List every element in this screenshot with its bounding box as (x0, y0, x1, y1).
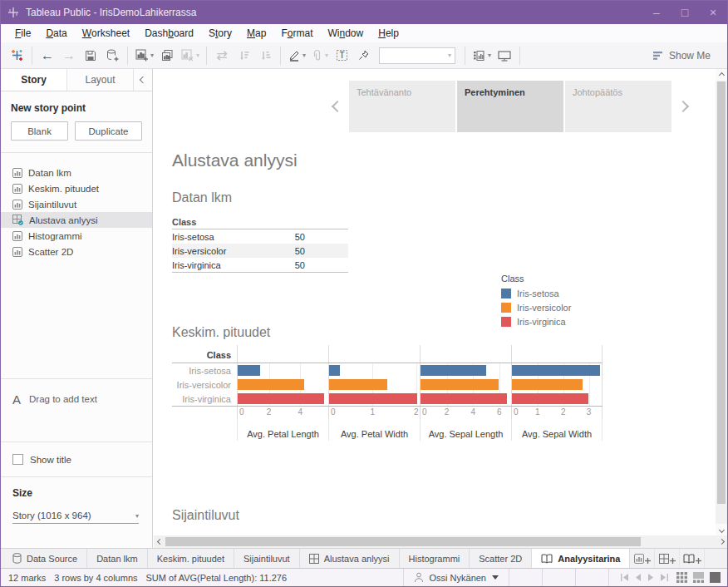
toolbar-combobox[interactable]: ▾ (379, 47, 455, 64)
swap-rows-columns-button[interactable]: ⇄ (211, 45, 233, 67)
duplicate-sheet-button[interactable] (156, 45, 178, 67)
maximize-button[interactable]: □ (671, 1, 699, 24)
sheet-tab-histogrammi[interactable]: Histogrammi (400, 549, 470, 568)
scroll-left-button[interactable] (154, 535, 165, 548)
sidebar-sheet-alustava-anlyysi[interactable]: Alustava anlyysi (1, 212, 152, 228)
show-title-checkbox[interactable] (12, 454, 23, 465)
sidebar-sheet-scatter-2d[interactable]: Scatter 2D (1, 244, 152, 259)
plus-icon (670, 558, 676, 564)
collapse-pane-button[interactable] (134, 69, 152, 91)
bar-mark[interactable] (238, 365, 260, 376)
menu-window[interactable]: Window (320, 24, 371, 42)
horizontal-scrollbar[interactable] (154, 535, 727, 548)
sidebar-sheet-sijaintiluvut[interactable]: Sijaintiluvut (1, 196, 152, 212)
bar-mark[interactable] (512, 393, 588, 404)
bar-mark[interactable] (421, 379, 499, 390)
user-menu[interactable]: Ossi Nykänen (403, 569, 509, 586)
new-worksheet-tab-button[interactable] (630, 549, 655, 568)
table-row[interactable]: Iris-versicolor50 (172, 244, 348, 258)
tab-story[interactable]: Story (1, 69, 67, 91)
presentation-mode-button[interactable] (494, 45, 515, 67)
previous-story-point-icon[interactable] (635, 574, 642, 581)
story-point-perehtyminen[interactable]: Perehtyminen (457, 81, 563, 132)
legend-item[interactable]: Iris-setosa (501, 286, 571, 300)
table-row[interactable]: Iris-virginica50 (172, 258, 348, 272)
row-value: 50 (265, 260, 305, 270)
blank-button[interactable]: Blank (11, 121, 68, 141)
size-dropdown[interactable]: Story (1016 x 964) ▾ (12, 511, 139, 524)
next-story-point-icon[interactable] (647, 574, 654, 581)
menu-file[interactable]: File (7, 24, 38, 42)
menu-map[interactable]: Map (239, 24, 273, 42)
vertical-scrollbar-thumb[interactable] (717, 81, 726, 504)
bar-mark[interactable] (329, 393, 417, 404)
table-row[interactable]: Iris-setosa50 (172, 229, 348, 244)
undo-button[interactable]: ← (37, 45, 58, 67)
minimize-button[interactable]: – (642, 1, 671, 24)
sidebar-sheet-histogrammi[interactable]: Histogrammi (1, 228, 152, 244)
legend-item[interactable]: Iris-virginica (501, 314, 571, 328)
bar-mark[interactable] (421, 365, 486, 376)
horizontal-scrollbar-thumb[interactable] (165, 537, 641, 546)
text-label-button[interactable]: T (331, 45, 352, 67)
sort-descending-button[interactable] (254, 45, 276, 67)
sheet-tab-alustava-anlyysi[interactable]: Alustava anlyysi (300, 549, 400, 568)
show-filmstrip-icon[interactable] (693, 572, 704, 583)
axis-title: Avg. Sepal Width (511, 419, 603, 441)
sidebar-sheet-keskim-pituudet[interactable]: Keskim. pituudet (1, 180, 152, 196)
duplicate-button[interactable]: Duplicate (75, 121, 142, 141)
menu-help[interactable]: Help (371, 24, 406, 42)
highlight-button[interactable]: ▾ (285, 45, 308, 67)
show-me-button[interactable]: Show Me (642, 50, 722, 62)
sort-ascending-button[interactable] (233, 45, 254, 67)
menu-dashboard[interactable]: Dashboard (137, 24, 201, 42)
first-story-point-icon[interactable] (621, 574, 629, 581)
bar-mark[interactable] (512, 365, 600, 376)
titlebar: Tableau Public - IrisDemoLahikerrassa – … (1, 1, 727, 24)
bar-mark[interactable] (421, 393, 507, 404)
sidebar-sheet-datan-lkm[interactable]: Datan lkm (1, 165, 152, 180)
new-story-tab-button[interactable] (680, 549, 705, 568)
next-story-point-button[interactable] (672, 81, 694, 132)
scroll-down-button[interactable] (716, 524, 727, 535)
sheet-tab-datan-lkm[interactable]: Datan lkm (87, 549, 148, 568)
menu-data[interactable]: Data (38, 24, 74, 42)
bar-mark[interactable] (238, 379, 304, 390)
bar-mark[interactable] (329, 379, 387, 390)
new-worksheet-button[interactable]: ▾ (132, 45, 156, 67)
drag-to-add-text-area[interactable]: A Drag to add text (1, 378, 152, 441)
close-button[interactable]: × (699, 1, 727, 24)
fix-axes-pin-icon[interactable] (352, 45, 374, 67)
menu-worksheet[interactable]: Worksheet (75, 24, 137, 42)
scroll-right-button[interactable] (716, 535, 727, 548)
sheet-tab-data-source[interactable]: Data Source (3, 549, 87, 568)
fit-selector[interactable]: ▾ (470, 45, 494, 67)
add-data-icon[interactable] (101, 45, 123, 67)
last-story-point-icon[interactable] (660, 574, 668, 581)
menu-format[interactable]: Format (273, 24, 320, 42)
scroll-up-button[interactable] (716, 69, 727, 81)
new-dashboard-tab-button[interactable] (655, 549, 680, 568)
bar-mark[interactable] (512, 379, 583, 390)
redo-button[interactable]: → (58, 45, 80, 67)
save-button[interactable] (80, 45, 101, 67)
story-point-johtopäätös[interactable]: Johtopäätös (565, 81, 671, 132)
tableau-logo-icon[interactable] (6, 45, 27, 67)
tab-layout[interactable]: Layout (67, 69, 134, 91)
bar-mark[interactable] (238, 393, 324, 404)
menu-story[interactable]: Story (201, 24, 239, 42)
legend-item[interactable]: Iris-versicolor (501, 300, 571, 314)
vertical-scrollbar[interactable] (716, 69, 727, 535)
bar-mark[interactable] (329, 365, 340, 376)
show-sheet-sorter-icon[interactable] (676, 572, 687, 583)
sheet-tab-keskim-pituudet[interactable]: Keskim. pituudet (148, 549, 234, 568)
format-link-button[interactable]: ▾ (308, 45, 331, 67)
sheet-tab-analyysitarina[interactable]: Analyysitarina (532, 549, 630, 568)
previous-story-point-button[interactable] (327, 81, 348, 132)
story-point-tehtävänanto[interactable]: Tehtävänanto (349, 81, 455, 132)
legend-title: Class (501, 274, 571, 284)
sheet-tab-scatter-2d[interactable]: Scatter 2D (470, 549, 532, 568)
clear-sheet-button[interactable]: ▾ (178, 45, 202, 67)
show-sheet-icon[interactable] (710, 572, 721, 583)
sheet-tab-sijaintiluvut[interactable]: Sijaintiluvut (234, 549, 300, 568)
